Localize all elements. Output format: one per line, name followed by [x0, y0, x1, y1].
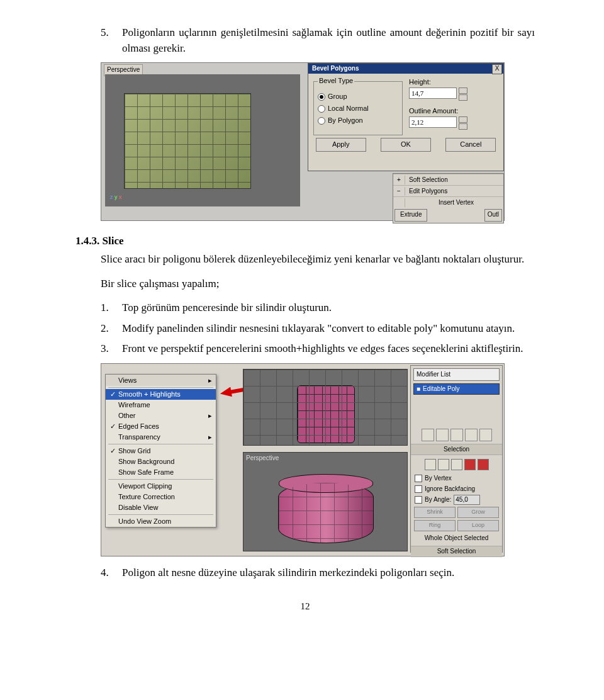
list-text: Modify panelinden silindir nesnesini tık…	[122, 321, 535, 337]
outline-amount-input[interactable]	[409, 116, 457, 128]
menu-label: Transparency	[118, 433, 160, 441]
dialog-title: Bevel Polygons	[308, 64, 503, 74]
mesh-object	[124, 93, 251, 189]
loop-button[interactable]: Loop	[457, 520, 499, 531]
check-icon: ✓	[108, 446, 117, 456]
menu-item-viewport-clipping[interactable]: Viewport Clipping	[106, 481, 216, 492]
menu-item-disable-view[interactable]: Disable View	[106, 502, 216, 513]
menu-item-texture-correction[interactable]: Texture Correction	[106, 492, 216, 502]
menu-separator	[108, 479, 213, 480]
grow-button[interactable]: Grow	[457, 507, 499, 518]
list-number: 3.	[101, 341, 122, 357]
list-item: 1. Top görünüm penceresinde bir silindir…	[101, 300, 535, 316]
radio-label: Local Normal	[328, 104, 369, 114]
angle-input[interactable]: 45,0	[454, 495, 480, 505]
radio-icon[interactable]	[318, 117, 325, 125]
modifier-list-dropdown[interactable]: Modifier List	[413, 368, 500, 381]
menu-item-show-background[interactable]: Show Background	[106, 456, 216, 467]
list-number: 5.	[101, 25, 122, 56]
menu-label: Show Grid	[118, 447, 150, 454]
viewport-3d[interactable]: z y x	[105, 74, 300, 206]
modify-panel: Modifier List ■Editable Poly Selection B…	[410, 365, 503, 553]
minus-icon[interactable]: −	[393, 187, 405, 196]
border-subobject-icon[interactable]	[451, 459, 462, 470]
bevel-type-fieldset: Bevel Type Group Local Normal By Polygon	[313, 76, 403, 135]
shrink-button[interactable]: Shrink	[414, 507, 456, 518]
section-number: 1.4.3.	[76, 235, 99, 247]
menu-item-other[interactable]: Other▸	[106, 410, 216, 421]
chevron-right-icon: ▸	[208, 432, 212, 443]
spinner-icon[interactable]	[459, 116, 466, 128]
axis-x: x	[119, 194, 122, 200]
menu-separator	[108, 514, 213, 515]
edge-subobject-icon[interactable]	[438, 459, 449, 470]
editable-poly-item[interactable]: ■Editable Poly	[413, 383, 500, 395]
extrude-button[interactable]: Extrude	[394, 209, 427, 222]
axis-z: z	[110, 194, 113, 200]
menu-separator	[108, 387, 213, 388]
selection-rollout-title[interactable]: Selection	[411, 444, 502, 455]
show-end-result-icon[interactable]	[436, 429, 449, 441]
radio-icon[interactable]	[318, 93, 325, 101]
menu-label: Edged Faces	[118, 422, 159, 430]
close-icon[interactable]: X	[492, 64, 502, 74]
list-item: 4. Poligon alt nesne düzeyine ulaşarak s…	[101, 565, 535, 581]
checkbox-label: By Angle:	[425, 495, 451, 505]
pin-stack-icon[interactable]	[422, 429, 434, 441]
menu-item-edged-faces[interactable]: ✓ Edged Faces	[106, 421, 216, 432]
check-icon: ✓	[108, 389, 117, 400]
outline-button[interactable]: Outl	[484, 209, 502, 222]
apply-button[interactable]: Apply	[316, 138, 366, 152]
section-heading: 1.4.3. Slice	[76, 234, 535, 249]
viewport-top[interactable]	[243, 369, 408, 446]
spinner-icon[interactable]	[459, 88, 466, 99]
list-number: 4.	[101, 565, 122, 581]
plus-icon[interactable]: +	[393, 176, 405, 185]
menu-item-undo-view-zoom[interactable]: Undo View Zoom	[106, 516, 216, 527]
cylinder-mesh	[278, 482, 374, 543]
insert-vertex-button[interactable]: Insert Vertex	[405, 198, 503, 208]
polygon-subobject-icon[interactable]	[464, 459, 476, 470]
checkbox-icon[interactable]	[415, 496, 422, 504]
by-vertex-option[interactable]: By Vertex	[415, 474, 498, 483]
radio-icon[interactable]	[318, 105, 325, 113]
menu-item-transparency[interactable]: Transparency▸	[106, 432, 216, 443]
list-item: 2. Modify panelinden silindir nesnesini …	[101, 321, 535, 337]
outline-label: Outline Amount:	[409, 106, 466, 116]
viewport-perspective[interactable]: Perspective	[243, 452, 408, 551]
menu-item-show-grid[interactable]: ✓Show Grid	[106, 446, 216, 456]
section-sub: Bir slice çalışması yapalım;	[101, 276, 535, 292]
remove-modifier-icon[interactable]	[465, 429, 478, 441]
menu-item-views[interactable]: Views ▸	[106, 375, 216, 386]
soft-selection-rollout-title[interactable]: Soft Selection	[411, 546, 502, 557]
radio-local-normal-option[interactable]: Local Normal	[318, 104, 400, 114]
menu-item-show-safe-frame[interactable]: Show Safe Frame	[106, 467, 216, 478]
height-input[interactable]	[409, 88, 457, 99]
ring-button[interactable]: Ring	[414, 520, 456, 531]
ok-button[interactable]: OK	[381, 138, 431, 152]
figure-viewport-menu: Views ▸ ✓ Smooth + Highlights Wireframe …	[101, 363, 505, 556]
viewport-context-menu[interactable]: Views ▸ ✓ Smooth + Highlights Wireframe …	[105, 374, 216, 528]
radio-group-option[interactable]: Group	[318, 92, 400, 102]
bevel-polygons-dialog: Bevel Polygons X Bevel Type Group Local …	[308, 63, 504, 171]
rollout-label[interactable]: Edit Polygons	[405, 187, 447, 196]
element-subobject-icon[interactable]	[478, 459, 489, 470]
by-angle-option[interactable]: By Angle:45,0	[415, 495, 498, 505]
ignore-backfacing-option[interactable]: Ignore Backfacing	[415, 485, 498, 494]
page-number: 12	[76, 600, 535, 614]
vertex-subobject-icon[interactable]	[425, 459, 436, 470]
make-unique-icon[interactable]	[450, 429, 463, 441]
chevron-right-icon: ▸	[208, 410, 212, 421]
menu-item-smooth-highlights[interactable]: ✓ Smooth + Highlights	[106, 389, 216, 400]
checkbox-label: Ignore Backfacing	[425, 485, 475, 494]
configure-sets-icon[interactable]	[479, 429, 492, 441]
cancel-button[interactable]: Cancel	[445, 138, 496, 152]
list-text: Poligonların uçlarının genişletilmesini …	[122, 25, 535, 56]
subobject-icons	[411, 459, 502, 470]
checkbox-icon[interactable]	[415, 485, 422, 493]
radio-by-polygon-option[interactable]: By Polygon	[318, 116, 400, 126]
menu-item-wireframe[interactable]: Wireframe	[106, 400, 216, 410]
menu-label: Other	[118, 412, 136, 419]
rollout-label[interactable]: Soft Selection	[405, 176, 448, 185]
checkbox-icon[interactable]	[415, 475, 422, 482]
